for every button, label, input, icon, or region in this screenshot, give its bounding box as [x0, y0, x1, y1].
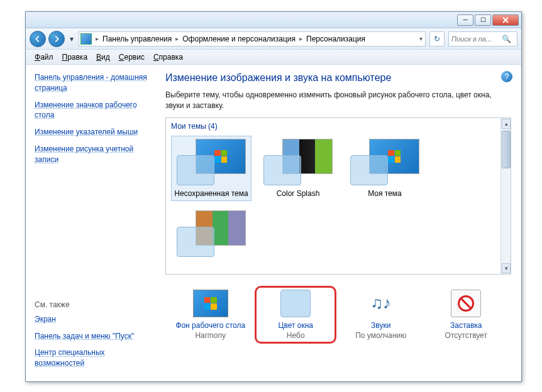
theme-name: Несохраненная тема [174, 189, 248, 198]
sounds-icon: ♫♪ [363, 290, 399, 317]
chevron-down-icon[interactable]: ▾ [418, 35, 424, 42]
theme-my-theme[interactable]: Моя тема [345, 136, 425, 201]
refresh-button[interactable]: ↻ [429, 31, 445, 46]
scroll-down-button[interactable]: ▾ [502, 263, 511, 273]
menu-help[interactable]: Справка [150, 52, 187, 63]
minimize-button[interactable]: ─ [457, 14, 473, 26]
tile-value: Небо [287, 331, 305, 340]
sidebar-link-account-picture[interactable]: Изменение рисунка учетной записи [35, 144, 152, 165]
sidebar-link-desktop-icons[interactable]: Изменение значков рабочего стола [35, 100, 152, 121]
tile-value: Отсутствует [445, 331, 487, 340]
tile-label: Цвет окна [279, 321, 313, 330]
screensaver-tile[interactable]: Заставка Отсутствует [425, 286, 507, 344]
personalization-window: ─ ☐ ▾ ▸ Панель управления ▸ Оформление и… [25, 11, 522, 382]
chevron-right-icon: ▸ [94, 35, 100, 42]
window-color-tile[interactable]: Цвет окна Небо [255, 286, 336, 344]
tile-label: Фон рабочего стола [175, 321, 245, 330]
menu-edit[interactable]: Правка [58, 52, 92, 63]
back-button[interactable] [30, 31, 46, 47]
theme-grid: Несохраненная тема Color Splash Моя тема [171, 136, 506, 264]
sidebar-link-display[interactable]: Экран [35, 314, 152, 325]
theme-section-label: Мои темы (4) [171, 122, 506, 131]
theme-color-splash[interactable]: Color Splash [258, 136, 338, 201]
search-icon[interactable]: 🔍 [502, 35, 511, 43]
page-description: Выберите тему, чтобы одновременно измени… [165, 90, 492, 111]
desktop-background-tile[interactable]: Фон рабочего стола Harmony [170, 286, 252, 344]
forward-button[interactable] [48, 31, 65, 47]
search-input[interactable] [451, 35, 502, 43]
tile-value: Harmony [195, 331, 226, 340]
chevron-right-icon: ▸ [298, 35, 304, 42]
theme-item[interactable] [171, 207, 252, 264]
theme-name: Моя тема [368, 189, 402, 198]
control-panel-icon [80, 33, 92, 45]
see-also-label: См. также [35, 300, 152, 309]
titlebar: ─ ☐ [26, 12, 521, 28]
theme-unsaved[interactable]: Несохраненная тема [171, 136, 252, 201]
tile-value: По умолчанию [355, 331, 406, 340]
help-icon[interactable]: ? [501, 71, 512, 82]
crumb-appearance[interactable]: Оформление и персонализация [180, 35, 298, 43]
menu-tools[interactable]: Сервис [115, 52, 148, 63]
settings-row: Фон рабочего стола Harmony Цвет окна Неб… [165, 286, 511, 344]
scrollbar[interactable]: ▴ ▾ [501, 118, 511, 274]
theme-list: Мои темы (4) Несохраненная тема Color Sp… [165, 117, 511, 275]
tile-label: Звуки [371, 321, 390, 330]
menubar: Файл Правка Вид Сервис Справка [26, 50, 521, 65]
windows-logo-icon [214, 150, 227, 163]
crumb-personalization[interactable]: Персонализация [304, 35, 368, 43]
crumb-control-panel[interactable]: Панель управления [100, 35, 174, 43]
sounds-tile[interactable]: ♫♪ Звуки По умолчанию [340, 286, 422, 344]
desktop-background-icon [193, 290, 228, 317]
maximize-button[interactable]: ☐ [475, 14, 491, 26]
windows-logo-icon [388, 150, 401, 163]
sidebar-link-ease-of-access[interactable]: Центр специальных возможностей [35, 347, 152, 369]
scroll-thumb[interactable] [502, 131, 511, 168]
sidebar-link-pointers[interactable]: Изменение указателей мыши [35, 127, 152, 138]
scroll-up-button[interactable]: ▴ [502, 119, 511, 129]
navbar: ▾ ▸ Панель управления ▸ Оформление и пер… [26, 28, 521, 50]
sidebar-link-taskbar[interactable]: Панель задач и меню "Пуск" [35, 331, 152, 342]
menu-file[interactable]: Файл [31, 52, 57, 63]
search-box[interactable]: 🔍 [448, 31, 517, 46]
theme-name: Color Splash [277, 189, 320, 198]
window-color-icon [280, 290, 311, 317]
screensaver-icon [451, 290, 481, 317]
window-body: Панель управления - домашняя страница Из… [26, 65, 521, 381]
close-button[interactable] [492, 14, 519, 26]
menu-view[interactable]: Вид [92, 52, 114, 63]
page-title: Изменение изображения и звука на компьют… [165, 72, 511, 84]
sidebar-link-home[interactable]: Панель управления - домашняя страница [35, 72, 152, 94]
main-content: ? Изменение изображения и звука на компь… [158, 65, 521, 381]
chevron-right-icon: ▸ [174, 35, 180, 42]
sidebar: Панель управления - домашняя страница Из… [26, 65, 158, 381]
breadcrumb-bar[interactable]: ▸ Панель управления ▸ Оформление и персо… [79, 31, 426, 46]
history-dropdown[interactable]: ▾ [67, 32, 76, 46]
tile-label: Заставка [450, 321, 482, 330]
